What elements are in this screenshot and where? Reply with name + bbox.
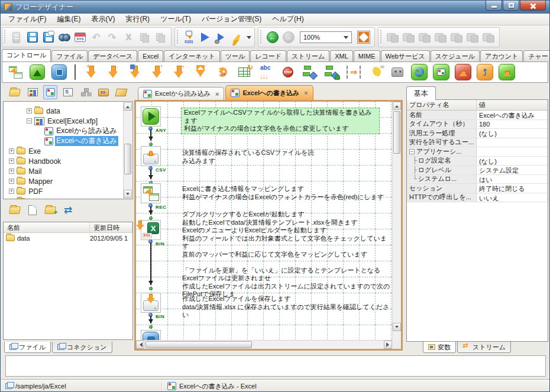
scroll-thumb[interactable] [124,144,131,174]
connector-csv[interactable] [148,166,153,184]
menu-view[interactable]: 表示(V) [86,13,120,25]
palette-icon-start[interactable] [28,63,47,81]
toolbar-grip[interactable] [176,30,179,44]
tree-item-data[interactable]: + data [4,106,123,116]
node-start[interactable] [141,106,161,127]
palette-icon-jump[interactable]: ⤴ [475,63,494,81]
node-fileput[interactable] [141,293,161,313]
tab-xml[interactable]: XML [330,50,353,61]
palette-icon-agent[interactable] [388,63,407,81]
palette-icon-subflow[interactable] [432,63,451,81]
palette-icon-trigger[interactable]: ⌁ [169,63,188,81]
palette-icon-end[interactable] [50,63,69,81]
add-folder-button[interactable] [43,203,57,217]
deploy-button[interactable] [114,85,128,99]
compile-button[interactable]: 0101 [181,30,197,46]
undo-button[interactable]: ↶ [88,30,104,46]
tab-database[interactable]: データベース [88,50,137,61]
tree-item-mapper[interactable]: + Mapper [4,176,123,186]
window-tool-button-4[interactable] [432,30,448,46]
column-modified[interactable]: 更新日時 [90,222,132,232]
quick-run-button[interactable] [229,30,245,46]
tab-file[interactable]: ファイル [51,50,88,61]
tab-stream[interactable]: ストリーム [287,50,329,61]
tab-mime[interactable]: MIME [354,50,380,61]
tab-schedule[interactable]: スケジュール [431,50,480,61]
menu-edit[interactable]: 編集(E) [51,13,86,25]
connector-bin-long[interactable] [148,239,153,290]
menu-version-control[interactable]: バージョン管理(S) [196,13,267,25]
paste-button[interactable] [152,30,168,46]
toolbar-grip[interactable] [380,30,383,44]
refresh-button[interactable]: ⇄ [61,203,75,217]
tree-scrollbar[interactable] [123,102,132,198]
palette-icon-raise[interactable]: ↑ [147,63,166,81]
tab-excel[interactable]: Excel [138,50,163,61]
tab-chart[interactable]: チャート [523,50,550,61]
palette-icon-upload-red[interactable] [454,63,473,81]
tab-connections[interactable]: コネクション [52,342,112,353]
palette-icon-web[interactable] [410,63,429,81]
menu-run[interactable]: 実行(R) [120,13,155,25]
tab-control[interactable]: コントロール [2,49,51,61]
palette-icon-inout[interactable] [344,63,363,81]
property-value[interactable] [477,147,548,156]
tab-account[interactable]: アカウント [480,50,523,61]
palette-icon-loop[interactable]: .n [213,63,232,81]
window-tool-button-1[interactable] [384,30,400,46]
copy-button[interactable] [136,30,152,46]
canvas-tab-excel-write[interactable]: Excelへの書き込み × [225,85,313,100]
column-name[interactable]: 名前 [4,222,90,232]
scroll-up-button[interactable] [124,102,132,111]
new-file-button[interactable] [25,203,40,217]
tree-item-excel-read[interactable]: Excelから読み込み [4,126,123,136]
maximize-button[interactable] [503,1,519,11]
navigate-back-button[interactable]: ← [264,30,280,46]
canvas-vscrollbar[interactable] [392,102,401,340]
menu-file[interactable]: ファイル(F) [3,13,51,25]
cut-button[interactable] [120,30,136,46]
property-value[interactable]: Excelへの書き込み [477,111,548,119]
new-form-button[interactable] [25,85,40,99]
tree-item-record[interactable]: + Record [4,196,123,199]
run-dropdown-caret[interactable] [247,36,251,41]
property-value[interactable]: (なし) [477,157,548,166]
new-project-button[interactable] [8,30,24,46]
redo-button[interactable]: ↷ [104,30,120,46]
system-settings-button[interactable]: SYS [72,30,88,46]
canvas-tab-excel-read[interactable]: Excelから読み込み × [138,87,224,100]
tab-internet[interactable]: インターネット [164,50,220,61]
palette-icon-upload-green[interactable] [497,63,516,81]
property-value[interactable]: システム設定 [477,166,548,174]
scroll-up-button[interactable] [393,102,401,110]
debug-button[interactable] [213,30,229,46]
palette-icon-merge[interactable] [191,63,210,81]
palette-icon-call[interactable]: → [103,63,122,81]
toolbar-grip[interactable] [4,30,7,44]
open-project-button[interactable] [8,85,22,99]
flow-canvas[interactable]: ExcelファイルへCSVファイルから取得した決算情報を書き込みます 利益がマイ… [134,100,403,351]
new-script-button[interactable] [61,85,75,99]
tree-view-button[interactable] [79,85,93,99]
open-folder-button[interactable] [8,203,22,217]
tab-basic[interactable]: 基本 [406,86,436,100]
scroll-thumb[interactable] [145,341,252,348]
file-row-data[interactable]: data 2012/09/05 1 [4,233,132,243]
menu-tools[interactable]: ツール(T) [155,13,196,25]
search-button[interactable] [56,30,72,46]
menu-help[interactable]: ヘルプ(H) [267,13,309,25]
palette-icon-component[interactable] [125,63,144,81]
save-button[interactable] [24,30,40,46]
node-fileget[interactable] [141,146,161,166]
tree-item-excel-write[interactable]: Excelへの書き込み [4,136,123,146]
window-tool-button-7[interactable] [480,30,496,46]
tree-item-pdf[interactable]: + PDF [4,186,123,196]
canvas-hscrollbar[interactable] [136,340,392,349]
tab-tools[interactable]: ツール [221,50,250,61]
tab-variables[interactable]: 変数 [423,342,456,353]
palette-icon-table[interactable] [235,63,254,81]
node-end[interactable] [141,330,161,340]
window-tool-button-2[interactable] [400,30,416,46]
close-tab-icon[interactable]: × [215,90,219,98]
scroll-down-button[interactable] [124,190,132,198]
